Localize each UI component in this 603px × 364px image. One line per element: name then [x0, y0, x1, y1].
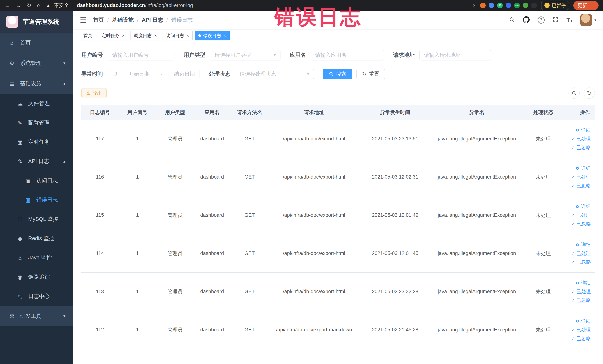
paused-badge[interactable]: 已暂停: [541, 1, 569, 10]
check-icon: ✓: [571, 136, 575, 141]
cell-method: GET: [231, 196, 269, 234]
cell-app-name: dashboard: [194, 120, 231, 158]
close-icon[interactable]: ×: [122, 33, 125, 38]
chevron-down-icon: ▾: [274, 53, 276, 58]
user-type-label: 用户类型: [184, 51, 205, 59]
detail-link[interactable]: 详细: [575, 280, 591, 286]
export-button[interactable]: 导出: [81, 88, 107, 98]
toggle-search-button[interactable]: [568, 88, 580, 99]
tab-job-log[interactable]: 调度日志×: [130, 31, 160, 40]
update-button[interactable]: 更新 ⋮: [573, 1, 599, 10]
extension-icon-2[interactable]: [489, 3, 494, 8]
processed-link[interactable]: ✓已处理: [571, 288, 591, 295]
reset-button[interactable]: ↻ 重置: [357, 69, 385, 79]
refresh-table-button[interactable]: ↻: [584, 88, 595, 99]
user-id-input[interactable]: 请输入用户编号: [108, 50, 174, 60]
breadcrumb-item-3[interactable]: API 日志: [142, 16, 163, 24]
tab-access-log[interactable]: 访问日志×: [162, 31, 193, 40]
tab-job[interactable]: 定时任务×: [98, 31, 128, 40]
user-menu[interactable]: ▾: [580, 14, 596, 26]
sidebar-item-dev-tools[interactable]: ⚒研发工具▾: [0, 306, 73, 326]
sidebar-item-api-log[interactable]: ✎API 日志▴: [0, 152, 73, 171]
detail-link[interactable]: 详细: [575, 318, 591, 324]
detail-link[interactable]: 详细: [575, 127, 591, 133]
sidebar-item-label: 文件管理: [28, 100, 50, 107]
process-status-select[interactable]: 请选择处理状态 ▾: [235, 69, 314, 79]
column-header-1: 日志编号: [81, 105, 118, 120]
date-range-picker[interactable]: 开始日期 - 结束日期: [108, 69, 199, 79]
extension-icon-6[interactable]: [523, 3, 528, 8]
ignored-link[interactable]: ✓已忽略: [571, 335, 591, 342]
table-row: 1121管理员dashboardGET/api/infra/db-doc/exp…: [81, 311, 595, 349]
search-button[interactable]: 搜索: [323, 69, 352, 79]
fullscreen-icon[interactable]: [552, 16, 559, 23]
ignored-link[interactable]: ✓已忽略: [571, 144, 591, 151]
user-type-select[interactable]: 请选择用户类型 ▾: [210, 50, 280, 60]
processed-link[interactable]: ✓已处理: [571, 136, 591, 142]
browser-home-icon[interactable]: ⌂: [37, 2, 40, 9]
sidebar-item-log-center[interactable]: ▨日志中心: [0, 287, 73, 306]
sidebar-item-redis[interactable]: ◆Redis 监控: [0, 229, 73, 248]
detail-link[interactable]: 详细: [575, 203, 591, 210]
tab-home[interactable]: 首页: [80, 31, 96, 40]
ignored-link[interactable]: ✓已忽略: [571, 221, 591, 227]
processed-link[interactable]: ✓已处理: [571, 174, 591, 180]
extensions-area: Von: [480, 3, 537, 8]
help-icon[interactable]: ?: [538, 16, 545, 23]
sidebar-item-mysql[interactable]: ◫MySQL 监控: [0, 210, 73, 229]
processed-link[interactable]: ✓已处理: [571, 327, 591, 333]
tab-label: 调度日志: [134, 33, 152, 39]
logo[interactable]: 芋道管理系统: [0, 11, 73, 33]
request-url-input[interactable]: 请输入请求地址: [419, 50, 491, 60]
extension-icon-4[interactable]: [506, 3, 511, 8]
column-header-7: 异常发生时间: [359, 105, 431, 120]
ignored-link[interactable]: ✓已忽略: [571, 297, 591, 304]
kebab-menu-icon[interactable]: ⋮: [590, 3, 594, 8]
ignored-link[interactable]: ✓已忽略: [571, 182, 591, 189]
table-row: 1171管理员dashboardGET/api/infra/db-doc/exp…: [81, 120, 595, 158]
processed-link[interactable]: ✓已处理: [571, 212, 591, 218]
sidebar-item-access-log[interactable]: ▣访问日志: [0, 171, 73, 190]
extension-icon-1[interactable]: [480, 3, 486, 8]
github-icon[interactable]: [523, 16, 530, 24]
sidebar-item-file[interactable]: ☁文件管理: [0, 94, 73, 113]
close-icon[interactable]: ×: [186, 33, 189, 38]
address-bar[interactable]: ▲ 不安全 | dashboard.yudao.iocoder.cn/infra…: [46, 2, 193, 9]
column-header-8: 异常名: [431, 105, 523, 120]
sidebar-item-home[interactable]: ⌂首页: [0, 33, 73, 53]
back-icon[interactable]: ←: [4, 2, 10, 9]
close-icon[interactable]: ×: [223, 33, 226, 38]
extension-icon-3[interactable]: V: [497, 3, 503, 8]
sidebar-item-config[interactable]: ✎配置管理: [0, 113, 73, 132]
log-center-icon: ▨: [16, 293, 24, 300]
detail-link[interactable]: 详细: [575, 165, 591, 172]
forward-icon[interactable]: →: [16, 2, 21, 9]
tools-icon: ⚒: [8, 313, 16, 319]
sidebar-item-java[interactable]: ♨Java 监控: [0, 248, 73, 267]
extension-icon-5[interactable]: on: [514, 3, 520, 8]
range-separator: -: [161, 71, 162, 77]
reload-icon[interactable]: ↻: [27, 2, 31, 9]
tab-error-log[interactable]: 错误日志×: [195, 31, 230, 40]
sidebar-item-infrastructure[interactable]: ▤基础设施▴: [0, 73, 73, 94]
bookmark-star-icon[interactable]: ☆: [471, 2, 476, 9]
app-name-input[interactable]: 请输入应用名: [311, 50, 384, 60]
processed-link[interactable]: ✓已处理: [571, 250, 591, 257]
breadcrumb-item-1[interactable]: 首页: [93, 16, 104, 24]
close-icon[interactable]: ×: [154, 33, 157, 38]
sidebar-item-system[interactable]: ⚙系统管理▾: [0, 53, 73, 73]
font-size-icon[interactable]: TT: [567, 16, 573, 24]
extension-icon-7[interactable]: [531, 3, 537, 8]
detail-link[interactable]: 详细: [575, 241, 591, 248]
search-icon[interactable]: [509, 17, 515, 23]
sidebar-item-label: 首页: [20, 39, 31, 47]
cell-time: 2021-05-03 12:02:31: [359, 158, 431, 196]
cell-method: GET: [231, 158, 269, 196]
breadcrumb-item-2[interactable]: 基础设施: [112, 16, 134, 24]
sidebar-item-error-log[interactable]: ▣错误日志: [0, 190, 73, 210]
cell-status: 未处理: [523, 273, 564, 311]
sidebar-item-job[interactable]: ▦定时任务: [0, 132, 73, 152]
ignored-link[interactable]: ✓已忽略: [571, 259, 591, 265]
sidebar-item-tracer[interactable]: ◉链路追踪: [0, 267, 73, 287]
hamburger-icon[interactable]: ☰: [80, 16, 87, 24]
